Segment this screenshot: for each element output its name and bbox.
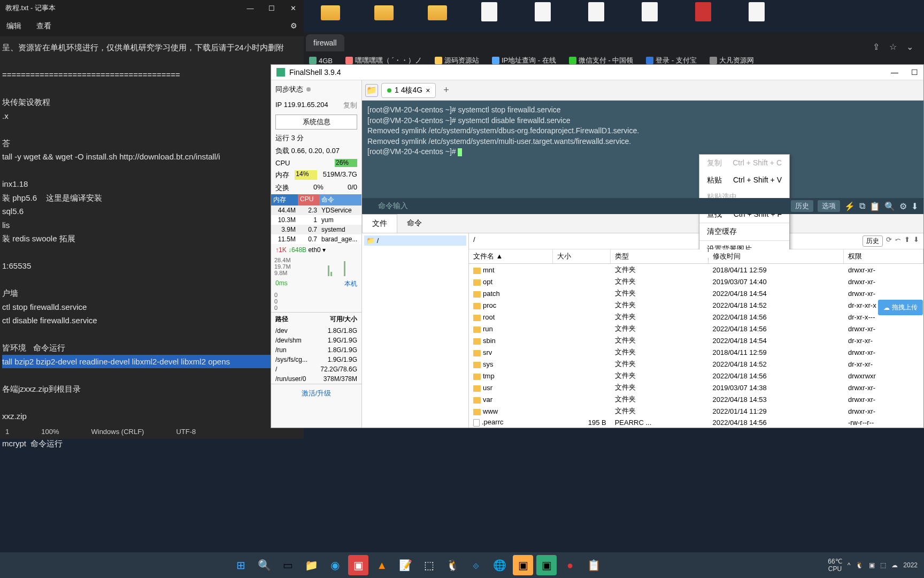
vscode-icon[interactable]: ⟐ [466, 555, 486, 575]
vlc-icon[interactable]: ▲ [372, 555, 392, 575]
add-tab-button[interactable]: + [439, 82, 453, 98]
finalshell-titlebar[interactable]: FinalShell 3.9.4 — ☐ [271, 65, 923, 80]
gear-icon[interactable]: ⚙ [899, 201, 907, 211]
chevron-down-icon[interactable]: ⌄ [906, 42, 913, 52]
file-row[interactable]: root文件夹2022/04/18 14:56dr-xr-x--- [469, 311, 923, 323]
sysinfo-button[interactable]: 系统信息 [275, 115, 357, 130]
desktop-folder-icon[interactable] [321, 2, 342, 24]
copy-link[interactable]: 复制 [343, 101, 357, 110]
tab-commands[interactable]: 命令 [397, 214, 432, 233]
chevron-up-icon[interactable]: ^ [848, 561, 851, 569]
paste-icon[interactable]: 📋 [869, 201, 880, 211]
notepad-titlebar[interactable]: 教程.txt - 记事本 — ☐ ✕ [0, 0, 304, 16]
tray-icon[interactable]: 🐧 [856, 561, 864, 569]
minimize-button[interactable]: — [245, 4, 256, 12]
file-row[interactable]: sys文件夹2022/04/18 14:52dr-xr-xr- [469, 358, 923, 370]
home-button[interactable]: 📁 [365, 84, 378, 97]
desktop-folder-icon[interactable] [374, 2, 396, 24]
desktop-doc-icon[interactable] [749, 2, 770, 24]
copy-icon[interactable]: ⧉ [859, 201, 865, 211]
notepad-content[interactable]: 呈、资源皆在单机环境进行，仅供单机研究学习使用，下载后请于24小时内删附 ===… [0, 36, 304, 454]
file-row[interactable]: mnt文件夹2018/04/11 12:59drwxr-xr- [469, 264, 923, 276]
menu-edit[interactable]: 编辑 [6, 21, 21, 31]
close-icon[interactable]: × [426, 86, 430, 95]
col-type[interactable]: 类型 [611, 249, 709, 264]
refresh-icon[interactable]: ⟳ [886, 235, 892, 247]
drag-upload-button[interactable]: ☁ 拖拽上传 [878, 300, 923, 315]
history-button[interactable]: 历史 [791, 200, 813, 212]
download-icon[interactable]: ⬇ [911, 201, 918, 211]
file-row[interactable]: tmp文件夹2022/04/18 14:56drwxrwxr [469, 370, 923, 382]
current-path[interactable]: / [473, 235, 475, 247]
record-icon[interactable]: ● [560, 555, 580, 575]
process-row[interactable]: 10.3M1yum [271, 215, 361, 225]
tray-icon[interactable]: ⬚ [880, 561, 886, 569]
explorer-icon[interactable]: 📁 [301, 555, 321, 575]
desktop-doc-icon[interactable] [588, 2, 610, 24]
desktop-folder-icon[interactable] [428, 2, 449, 24]
search-button[interactable]: 🔍 [254, 555, 274, 575]
tree-root[interactable]: 📁 / [364, 235, 466, 246]
file-row[interactable]: run文件夹2022/04/18 14:56drwxr-xr- [469, 323, 923, 334]
app-icon[interactable]: ⬚ [419, 555, 439, 575]
app-icon[interactable]: ▣ [513, 555, 533, 575]
session-tab[interactable]: 1 4核4G × [381, 83, 436, 98]
desktop-app-icon[interactable] [695, 2, 717, 24]
file-row[interactable]: var文件夹2022/04/18 14:53drwxr-xr- [469, 393, 923, 405]
history-button[interactable]: 历史 [863, 235, 883, 247]
file-row[interactable]: .pearrc195 BPEARRC ...2022/04/18 14:56-r… [469, 417, 923, 428]
desktop-doc-icon[interactable] [481, 2, 503, 24]
command-input[interactable]: 命令输入 [378, 201, 408, 210]
chrome-icon[interactable]: 🌐 [489, 555, 510, 575]
minimize-button[interactable]: — [891, 68, 898, 77]
file-row[interactable]: www文件夹2022/01/14 11:29drwxr-xr- [469, 405, 923, 417]
taskview-button[interactable]: ▭ [278, 555, 298, 575]
start-button[interactable]: ⊞ [230, 555, 251, 575]
close-button[interactable]: ✕ [288, 4, 298, 12]
file-row[interactable]: usr文件夹2019/03/07 14:38drwxr-xr- [469, 382, 923, 393]
qq-icon[interactable]: 🐧 [442, 555, 463, 575]
bolt-icon[interactable]: ⚡ [844, 201, 855, 211]
activate-link[interactable]: 激活/升级 [271, 384, 361, 402]
app-icon[interactable]: 📋 [583, 555, 604, 575]
search-icon[interactable]: 🔍 [884, 201, 895, 211]
finalshell-icon[interactable]: ▣ [536, 555, 557, 575]
file-row[interactable]: patch文件夹2022/04/18 14:54drwxr-xr- [469, 287, 923, 299]
col-perm[interactable]: 权限 [844, 249, 923, 264]
tab-files[interactable]: 文件 [362, 214, 397, 233]
file-row[interactable]: opt文件夹2019/03/07 14:40drwxr-xr- [469, 276, 923, 287]
col-date[interactable]: 修改时间 [709, 249, 844, 264]
menu-view[interactable]: 查看 [36, 21, 51, 31]
notepad-icon[interactable]: 📝 [395, 555, 415, 575]
edge-icon[interactable]: ◉ [325, 555, 345, 575]
desktop-doc-icon[interactable] [642, 2, 663, 24]
tray-icon[interactable]: ▣ [869, 561, 875, 569]
back-icon[interactable]: ⤺ [895, 235, 901, 247]
col-size[interactable]: 大小 [553, 249, 611, 264]
cpu-temp[interactable]: 66℃ CPU [828, 558, 842, 573]
file-tree[interactable]: 📁 / [362, 233, 469, 428]
process-row[interactable]: 3.9M0.7systemd [271, 225, 361, 234]
process-table-header[interactable]: 内存 CPU 命令 [271, 194, 361, 206]
file-row[interactable]: srv文件夹2018/04/11 12:59drwxr-xr- [469, 346, 923, 358]
file-table[interactable]: 文件名 ▲ 大小 类型 修改时间 权限 mnt文件夹2018/04/11 12:… [469, 249, 923, 428]
clock[interactable]: 2022 [903, 561, 918, 569]
tray-icon[interactable]: ☁ [891, 561, 898, 569]
process-row[interactable]: 44.4M2.3YDService [271, 206, 361, 215]
col-name[interactable]: 文件名 ▲ [469, 249, 553, 264]
app-icon[interactable]: ▣ [348, 555, 368, 575]
upload-icon[interactable]: ⬆ [904, 235, 910, 247]
gear-icon[interactable]: ⚙ [290, 21, 297, 31]
browser-tab[interactable]: firewall [306, 34, 344, 51]
file-row[interactable]: proc文件夹2022/04/18 14:52dr-xr-xr-x [469, 299, 923, 311]
maximize-button[interactable]: ☐ [911, 68, 918, 77]
process-row[interactable]: 11.5M0.7barad_age... [271, 234, 361, 244]
download-icon[interactable]: ⬇ [913, 235, 919, 247]
star-icon[interactable]: ☆ [889, 42, 897, 52]
desktop-doc-icon[interactable] [535, 2, 556, 24]
file-row[interactable]: sbin文件夹2022/04/18 14:54dr-xr-xr- [469, 334, 923, 346]
context-menu-item[interactable]: 粘贴Ctrl + Shift + V [699, 172, 789, 189]
terminal[interactable]: [root@VM-20-4-centos ~]# systemctl stop … [362, 101, 923, 198]
context-menu-item[interactable]: 清空缓存 [699, 223, 789, 240]
maximize-button[interactable]: ☐ [266, 4, 277, 12]
